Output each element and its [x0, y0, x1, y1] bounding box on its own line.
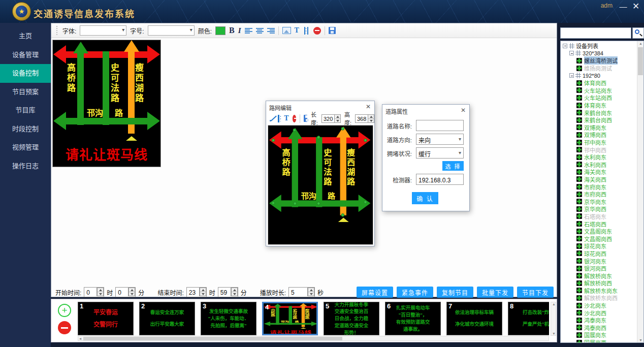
tree-device-螺丝湾桥测试[interactable]: 螺丝湾桥测试 — [561, 57, 637, 65]
sidebar-item-设备管理[interactable]: 设备管理 — [0, 46, 51, 65]
tree-device-鸿泰岗西[interactable]: 鸿泰岗西 — [561, 324, 637, 332]
congestion-select[interactable]: 缓行 — [416, 147, 464, 159]
tree-device-双博岗东[interactable]: 双博岗东 — [561, 124, 637, 132]
tree-device-来鹤台岗东[interactable]: 来鹤台岗东 — [561, 109, 637, 116]
action-button-批量下发[interactable]: 批量下发 — [477, 287, 513, 298]
tree-device-体育岗西[interactable]: 体育岗西 — [561, 79, 637, 87]
edit-handle[interactable] — [293, 129, 297, 132]
text-tool-icon[interactable]: T — [295, 26, 299, 35]
end-minute-stepper[interactable]: 59 — [218, 287, 238, 297]
tree-device-市府岗西[interactable]: 市府岗西 — [561, 191, 637, 198]
horizontal-scrollbar[interactable]: ◂ — [78, 336, 549, 341]
font-select[interactable] — [80, 25, 126, 36]
playlist-item-5[interactable]: 5大力开展秋冬季交通安全整治百日会战，全力稳定道路交通安全形势！ — [324, 302, 379, 335]
tree-device-京华岗西[interactable]: 京华岗西 — [561, 205, 637, 213]
align-right-icon[interactable] — [267, 27, 275, 34]
tree-device-水利岗西[interactable]: 水利岗西 — [561, 161, 637, 169]
tree-device-文昌阁岗西[interactable]: 文昌阁岗西 — [561, 235, 637, 242]
playlist-item-3[interactable]: 3发生轻微交通事故"人未伤，车能动．先拍照，后撤离" — [201, 302, 256, 335]
close-icon[interactable]: ✕ — [631, 1, 640, 12]
save-icon[interactable] — [304, 115, 307, 122]
action-button-节目下发[interactable]: 节目下发 — [517, 287, 554, 298]
scroll-up-icon[interactable]: ▲ — [639, 42, 642, 45]
sidebar-item-时段控制[interactable]: 时段控制 — [0, 120, 51, 139]
collapse-icon[interactable] — [569, 51, 574, 55]
edit-handle[interactable] — [272, 139, 275, 142]
tree-device-琼花岗东[interactable]: 琼花岗东 — [561, 242, 637, 250]
edit-handle[interactable] — [293, 202, 297, 205]
tree-device-水利岗东[interactable]: 水利岗东 — [561, 153, 637, 161]
playlist-item-7[interactable]: 7依法治理非标车辆净化城市交通环境 — [446, 302, 502, 335]
edit-handle[interactable] — [317, 202, 320, 205]
scrollbar-thumb[interactable] — [638, 47, 643, 75]
bold-button[interactable]: B — [229, 26, 235, 35]
sidebar-item-设备控制[interactable]: 设备控制 — [0, 64, 51, 83]
edit-handle[interactable] — [341, 213, 345, 217]
tree-device-琼花岗西[interactable]: 琼花岗西 — [561, 250, 637, 258]
duration-stepper[interactable]: 5 — [288, 287, 315, 297]
detector-input[interactable] — [416, 174, 464, 185]
search-input[interactable] — [560, 27, 631, 39]
tree-device-火车站岗西[interactable]: 火车站岗西 — [561, 94, 637, 102]
add-program-button[interactable]: + — [58, 304, 71, 317]
edit-handle[interactable] — [364, 139, 367, 142]
insert-image-icon[interactable] — [282, 27, 291, 34]
edit-handle[interactable] — [317, 136, 320, 139]
action-button-屏幕设置[interactable]: 屏幕设置 — [357, 287, 393, 298]
close-icon[interactable]: ✕ — [366, 103, 371, 110]
scroll-down-icon[interactable]: ▼ — [639, 338, 642, 342]
tree-device-沙北岗东[interactable]: 沙北岗东 — [561, 302, 637, 309]
collapse-icon[interactable] — [569, 73, 574, 78]
tree-device-来鹤台岗西[interactable]: 来鹤台岗西 — [561, 116, 637, 124]
tree-root[interactable]: 设备列表 — [561, 42, 637, 50]
font-size-select[interactable] — [148, 25, 195, 36]
sidebar-item-操作日志[interactable]: 操作日志 — [0, 157, 51, 176]
playlist-item-8[interactable]: 8打击改装"炸严查严处"机 — [508, 302, 549, 335]
scroll-up-icon[interactable]: ▲ — [552, 302, 556, 306]
edit-handle[interactable] — [364, 200, 367, 204]
scroll-down-icon[interactable]: ▼ — [552, 332, 556, 335]
action-button-紧急事件[interactable]: 紧急事件 — [397, 287, 433, 298]
scrollbar-thumb[interactable] — [83, 337, 342, 340]
tree-device-邗中岗西[interactable]: 邗中岗西 — [561, 146, 637, 153]
search-button[interactable] — [632, 27, 644, 39]
save-icon[interactable] — [329, 27, 336, 34]
text-tool-icon[interactable]: T — [284, 114, 288, 122]
tree-device-国展岗东[interactable]: 国展岗东 — [561, 331, 637, 339]
tree-group-192*80[interactable]: 192*80 — [561, 72, 637, 79]
minimize-icon[interactable]: — — [619, 2, 628, 11]
sidebar-item-视频管理[interactable]: 视频管理 — [0, 138, 51, 157]
start-minute-stepper[interactable]: 0 — [115, 287, 136, 297]
tree-device-国展岗西[interactable]: 国展岗西 — [561, 339, 637, 342]
logged-in-user[interactable]: adm — [601, 2, 613, 9]
confirm-button[interactable]: 确 认 — [412, 192, 438, 204]
playlist-item-1[interactable]: 1平安春运交警同行 — [78, 302, 134, 335]
tree-device-双博岗西[interactable]: 双博岗西 — [561, 131, 637, 139]
italic-button[interactable]: I — [238, 26, 241, 35]
edit-handle[interactable] — [341, 127, 345, 131]
tree-device-解放桥东岗东[interactable]: 解放桥东岗东 — [561, 287, 637, 295]
tree-device-银河岗东[interactable]: 银河岗东 — [561, 257, 637, 265]
color-swatch[interactable] — [215, 26, 226, 35]
sidebar-item-节目预案[interactable]: 节目预案 — [0, 83, 51, 102]
tree-device-石塔岗西[interactable]: 石塔岗西 — [561, 220, 637, 228]
action-button-复制节目[interactable]: 复制节目 — [437, 287, 473, 298]
tree-device-银河岗西[interactable]: 银河岗西 — [561, 265, 637, 272]
draw-line-icon[interactable] — [270, 115, 273, 122]
tree-device-石塔岗东[interactable]: 石塔岗东 — [561, 213, 637, 220]
close-icon[interactable]: ✕ — [461, 107, 466, 114]
tree-device-海关岗东[interactable]: 海关岗东 — [561, 168, 637, 176]
tree-group-320*384[interactable]: 320*384 — [561, 50, 637, 57]
tree-device-海关岗西[interactable]: 海关岗西 — [561, 176, 637, 183]
length-stepper[interactable]: 320 — [321, 114, 341, 123]
display-preview[interactable]: 高桥路 史可法路 瘦西湖路 邗沟 路 请礼让斑马线 — [52, 40, 161, 167]
align-center-icon[interactable] — [256, 27, 264, 34]
tree-device-邗中岗东[interactable]: 邗中岗东 — [561, 139, 637, 146]
delete-icon[interactable] — [313, 27, 321, 35]
vertical-scrollbar[interactable]: ▲ ▼ — [551, 302, 556, 336]
end-hour-stepper[interactable]: 23 — [186, 287, 207, 297]
road-name-input[interactable] — [416, 120, 464, 131]
road-network-icon[interactable] — [303, 27, 310, 35]
edit-handle[interactable] — [272, 201, 275, 205]
tree-device-文昌阁岗东[interactable]: 文昌阁岗东 — [561, 228, 637, 235]
